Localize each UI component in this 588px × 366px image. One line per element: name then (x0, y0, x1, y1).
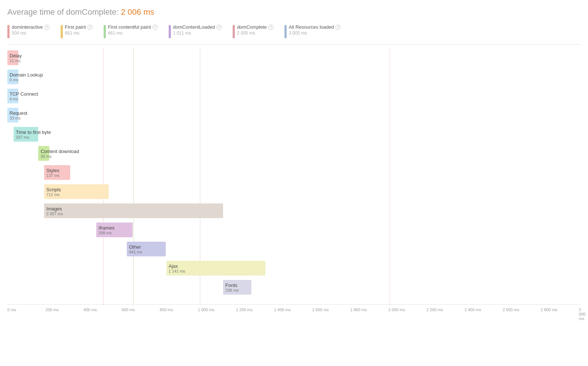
x-axis-label-8: 1 600 ms (312, 308, 329, 312)
x-axis-label-10: 2 000 ms (388, 308, 405, 312)
legend-color-all-resources-loaded (284, 25, 287, 38)
legend-name-first-contentful-paint: First contentful paint ? (108, 24, 158, 30)
bar-value-styles: 137 ms (46, 173, 68, 178)
legend-color-dominteractive (7, 25, 10, 38)
legend-value-all-resources-loaded: 3 005 ms (289, 31, 341, 36)
x-axis-label-11: 2 200 ms (426, 308, 443, 312)
bar-name-iframes: Iframes (98, 225, 130, 231)
legend-color-first-paint (61, 25, 63, 38)
legend-color-first-contentful-paint (104, 25, 106, 38)
x-axis-label-7: 1 400 ms (274, 308, 291, 312)
legend-text-all-resources-loaded: All Resources loaded ? 3 005 ms (289, 24, 341, 36)
bar-name-fonts: Fonts (225, 283, 249, 288)
milestone-line-dom-complete-line (390, 48, 390, 306)
legend-color-dom-complete (233, 25, 235, 38)
legend-text-dom-complete: domComplete ? 2 005 ms (237, 24, 273, 36)
x-axis-label-2: 400 ms (83, 308, 97, 312)
legend-item-dominteractive: dominteractive ? 504 ms (7, 24, 50, 38)
legend-item-first-contentful-paint: First contentful paint ? 661 ms (104, 24, 158, 38)
help-icon-all-resources-loaded[interactable]: ? (336, 25, 341, 30)
bar-value-delay: 11 ms (10, 58, 16, 63)
legend-item-all-resources-loaded: All Resources loaded ? 3 005 ms (284, 24, 341, 38)
legend-bar: dominteractive ? 504 ms First paint ? 66… (7, 24, 581, 45)
bar-name-request: Request (10, 110, 16, 116)
bar-name-time-to-first-byte: Time to first byte (16, 129, 36, 135)
gantt-bar-ajax: Ajax 1 141 ms (166, 261, 266, 276)
bar-name-other: Other (129, 244, 164, 250)
gantt-bar-scripts: Scripts 712 ms (44, 184, 109, 199)
x-axis: 0 ms200 ms400 ms600 ms800 ms1 000 ms1 20… (7, 304, 581, 319)
gantt-bar-time-to-first-byte: Time to first byte 287 ms (14, 127, 38, 142)
bar-name-scripts: Scripts (46, 187, 107, 192)
gantt-bar-styles: Styles 137 ms (44, 165, 70, 180)
gantt-bar-iframes: Iframes 398 ms (96, 223, 132, 237)
x-axis-label-4: 800 ms (160, 308, 173, 312)
page-title: Average time of domComplete: 2 006 ms (7, 7, 581, 17)
bar-value-request: 33 ms (10, 116, 16, 120)
x-axis-label-14: 2 800 ms (541, 308, 557, 312)
gantt-bar-images: Images 2 057 ms (44, 203, 223, 218)
page-wrapper: Average time of domComplete: 2 006 ms do… (0, 0, 588, 326)
legend-value-dom-content-loaded: 1 011 ms (173, 31, 222, 36)
legend-text-dominteractive: dominteractive ? 504 ms (12, 24, 50, 36)
milestone-line-first-contentful-paint-line (133, 48, 134, 306)
x-axis-label-13: 2 600 ms (503, 308, 519, 312)
gantt-bar-other: Other 441 ms (127, 242, 166, 256)
legend-item-first-paint: First paint ? 661 ms (61, 24, 93, 38)
gantt-bar-domain-lookup: Domain Lookup 0 ms (7, 70, 18, 84)
x-axis-label-0: 0 ms (7, 308, 16, 312)
legend-value-first-contentful-paint: 661 ms (108, 31, 158, 36)
help-icon-dominteractive[interactable]: ? (44, 25, 50, 30)
bar-name-delay: Delay (10, 53, 16, 58)
x-axis-label-5: 1 000 ms (198, 308, 214, 312)
x-axis-label-12: 2 400 ms (465, 308, 481, 312)
bar-value-fonts: 298 ms (225, 288, 249, 292)
bar-name-ajax: Ajax (169, 263, 263, 269)
x-axis-label-1: 200 ms (46, 308, 59, 312)
bar-value-images: 2 057 ms (46, 212, 221, 216)
gantt-bar-tcp-connect: TCP Connect 4 ms (7, 89, 18, 103)
bar-value-other: 441 ms (129, 250, 164, 254)
help-icon-dom-content-loaded[interactable]: ? (216, 25, 222, 30)
legend-name-dom-content-loaded: domContentLoaded ? (173, 24, 222, 30)
bar-value-time-to-first-byte: 287 ms (16, 135, 36, 139)
legend-text-dom-content-loaded: domContentLoaded ? 1 011 ms (173, 24, 222, 36)
bar-value-ajax: 1 141 ms (169, 269, 263, 273)
bar-name-domain-lookup: Domain Lookup (10, 72, 16, 78)
legend-item-dom-complete: domComplete ? 2 005 ms (233, 24, 273, 38)
x-axis-label-6: 1 200 ms (236, 308, 252, 312)
legend-name-first-paint: First paint ? (65, 24, 93, 30)
milestone-line-dominteractive-line (103, 48, 104, 306)
bar-name-tcp-connect: TCP Connect (10, 91, 16, 97)
legend-color-dom-content-loaded (169, 25, 171, 38)
legend-value-first-paint: 661 ms (65, 31, 93, 36)
help-icon-dom-complete[interactable]: ? (268, 25, 273, 30)
legend-name-dom-complete: domComplete ? (237, 24, 273, 30)
title-prefix: Average time of domComplete: (7, 7, 119, 17)
x-axis-label-3: 600 ms (122, 308, 135, 312)
bar-name-styles: Styles (46, 168, 68, 173)
gantt-bar-delay: Delay 11 ms (7, 50, 18, 65)
x-axis-label-15: 3 000 ms (579, 308, 585, 321)
gantt-area: Delay 11 ms Domain Lookup 0 ms TCP Conne… (7, 48, 581, 301)
bar-value-tcp-connect: 4 ms (10, 97, 16, 101)
bar-value-iframes: 398 ms (98, 231, 130, 235)
gantt-bar-fonts: Fonts 298 ms (223, 280, 251, 295)
bar-name-images: Images (46, 206, 221, 212)
title-value: 2 006 ms (121, 7, 154, 17)
gantt-bar-request: Request 33 ms (7, 108, 18, 122)
legend-name-all-resources-loaded: All Resources loaded ? (289, 24, 341, 30)
legend-item-dom-content-loaded: domContentLoaded ? 1 011 ms (169, 24, 222, 38)
help-icon-first-paint[interactable]: ? (87, 25, 93, 30)
legend-text-first-contentful-paint: First contentful paint ? 661 ms (108, 24, 158, 36)
help-icon-first-contentful-paint[interactable]: ? (153, 25, 158, 30)
chart-container: Delay 11 ms Domain Lookup 0 ms TCP Conne… (7, 48, 581, 319)
bar-value-content-download: 30 ms (40, 154, 47, 159)
legend-name-dominteractive: dominteractive ? (12, 24, 50, 30)
legend-text-first-paint: First paint ? 661 ms (65, 24, 93, 36)
legend-value-dom-complete: 2 005 ms (237, 31, 273, 36)
bar-name-content-download: Content download (40, 149, 47, 154)
gantt-bar-content-download: Content download 30 ms (38, 146, 49, 161)
legend-value-dominteractive: 504 ms (12, 31, 50, 36)
x-axis-label-9: 1 800 ms (350, 308, 367, 312)
